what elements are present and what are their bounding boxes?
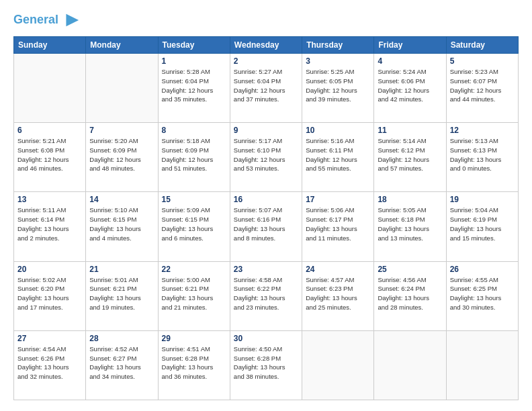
day-number: 13 bbox=[17, 195, 82, 204]
calendar-header-row: SundayMondayTuesdayWednesdayThursdayFrid… bbox=[14, 37, 519, 54]
weekday-header: Tuesday bbox=[158, 37, 230, 54]
day-number: 26 bbox=[450, 265, 515, 274]
calendar-cell: 1Sunrise: 5:28 AM Sunset: 6:04 PM Daylig… bbox=[158, 54, 230, 123]
day-info: Sunrise: 4:51 AM Sunset: 6:28 PM Dayligh… bbox=[162, 345, 226, 381]
calendar-week-row: 13Sunrise: 5:11 AM Sunset: 6:14 PM Dayli… bbox=[14, 192, 519, 261]
calendar-cell: 23Sunrise: 4:58 AM Sunset: 6:22 PM Dayli… bbox=[230, 261, 302, 330]
calendar-cell: 17Sunrise: 5:06 AM Sunset: 6:17 PM Dayli… bbox=[302, 192, 374, 261]
calendar-cell bbox=[302, 330, 374, 400]
calendar-week-row: 20Sunrise: 5:02 AM Sunset: 6:20 PM Dayli… bbox=[14, 261, 519, 330]
day-info: Sunrise: 5:13 AM Sunset: 6:13 PM Dayligh… bbox=[450, 136, 515, 173]
day-number: 8 bbox=[162, 126, 226, 135]
calendar-cell: 18Sunrise: 5:05 AM Sunset: 6:18 PM Dayli… bbox=[374, 192, 446, 261]
day-info: Sunrise: 5:20 AM Sunset: 6:09 PM Dayligh… bbox=[89, 136, 154, 173]
day-info: Sunrise: 5:24 AM Sunset: 6:06 PM Dayligh… bbox=[378, 67, 442, 104]
calendar-cell: 25Sunrise: 4:56 AM Sunset: 6:24 PM Dayli… bbox=[374, 261, 446, 330]
calendar-cell: 12Sunrise: 5:13 AM Sunset: 6:13 PM Dayli… bbox=[446, 123, 518, 192]
weekday-header: Friday bbox=[374, 37, 446, 54]
calendar-cell bbox=[14, 54, 86, 123]
day-number: 27 bbox=[17, 334, 82, 343]
calendar-cell: 14Sunrise: 5:10 AM Sunset: 6:15 PM Dayli… bbox=[86, 192, 158, 261]
calendar-cell: 30Sunrise: 4:50 AM Sunset: 6:28 PM Dayli… bbox=[230, 330, 302, 400]
day-number: 25 bbox=[378, 265, 442, 274]
weekday-header: Thursday bbox=[302, 37, 374, 54]
day-number: 3 bbox=[306, 56, 370, 66]
calendar-cell: 7Sunrise: 5:20 AM Sunset: 6:09 PM Daylig… bbox=[86, 123, 158, 192]
logo: General bbox=[13, 11, 80, 30]
calendar-cell: 28Sunrise: 4:52 AM Sunset: 6:27 PM Dayli… bbox=[86, 330, 158, 400]
calendar-cell: 27Sunrise: 4:54 AM Sunset: 6:26 PM Dayli… bbox=[14, 330, 86, 400]
calendar-cell: 15Sunrise: 5:09 AM Sunset: 6:15 PM Dayli… bbox=[158, 192, 230, 261]
logo-icon bbox=[61, 11, 80, 30]
day-number: 17 bbox=[306, 195, 370, 204]
day-number: 11 bbox=[378, 126, 442, 135]
day-number: 7 bbox=[89, 126, 154, 135]
day-info: Sunrise: 5:04 AM Sunset: 6:19 PM Dayligh… bbox=[450, 205, 515, 242]
day-number: 19 bbox=[450, 195, 515, 204]
calendar-cell: 20Sunrise: 5:02 AM Sunset: 6:20 PM Dayli… bbox=[14, 261, 86, 330]
day-info: Sunrise: 4:58 AM Sunset: 6:22 PM Dayligh… bbox=[234, 275, 298, 312]
day-info: Sunrise: 5:17 AM Sunset: 6:10 PM Dayligh… bbox=[234, 136, 298, 173]
day-info: Sunrise: 5:01 AM Sunset: 6:21 PM Dayligh… bbox=[89, 275, 154, 312]
calendar-cell: 22Sunrise: 5:00 AM Sunset: 6:21 PM Dayli… bbox=[158, 261, 230, 330]
day-info: Sunrise: 5:07 AM Sunset: 6:16 PM Dayligh… bbox=[234, 205, 298, 242]
day-number: 29 bbox=[162, 334, 226, 343]
day-info: Sunrise: 4:52 AM Sunset: 6:27 PM Dayligh… bbox=[89, 345, 154, 381]
day-info: Sunrise: 5:10 AM Sunset: 6:15 PM Dayligh… bbox=[89, 205, 154, 242]
day-number: 23 bbox=[234, 265, 298, 274]
day-number: 12 bbox=[450, 126, 515, 135]
calendar-cell bbox=[374, 330, 446, 400]
calendar-cell: 16Sunrise: 5:07 AM Sunset: 6:16 PM Dayli… bbox=[230, 192, 302, 261]
day-info: Sunrise: 4:56 AM Sunset: 6:24 PM Dayligh… bbox=[378, 275, 442, 312]
day-number: 6 bbox=[17, 126, 82, 135]
calendar-cell: 6Sunrise: 5:21 AM Sunset: 6:08 PM Daylig… bbox=[14, 123, 86, 192]
calendar-cell: 3Sunrise: 5:25 AM Sunset: 6:05 PM Daylig… bbox=[302, 54, 374, 123]
calendar-cell: 9Sunrise: 5:17 AM Sunset: 6:10 PM Daylig… bbox=[230, 123, 302, 192]
calendar-cell bbox=[86, 54, 158, 123]
weekday-header: Sunday bbox=[14, 37, 86, 54]
day-info: Sunrise: 4:55 AM Sunset: 6:25 PM Dayligh… bbox=[450, 275, 515, 312]
day-info: Sunrise: 4:57 AM Sunset: 6:23 PM Dayligh… bbox=[306, 275, 370, 312]
day-number: 5 bbox=[450, 56, 515, 66]
day-info: Sunrise: 5:16 AM Sunset: 6:11 PM Dayligh… bbox=[306, 136, 370, 173]
calendar-cell: 24Sunrise: 4:57 AM Sunset: 6:23 PM Dayli… bbox=[302, 261, 374, 330]
calendar-week-row: 6Sunrise: 5:21 AM Sunset: 6:08 PM Daylig… bbox=[14, 123, 519, 192]
calendar-cell bbox=[446, 330, 518, 400]
calendar-week-row: 1Sunrise: 5:28 AM Sunset: 6:04 PM Daylig… bbox=[14, 54, 519, 123]
day-info: Sunrise: 5:14 AM Sunset: 6:12 PM Dayligh… bbox=[378, 136, 442, 173]
weekday-header: Wednesday bbox=[230, 37, 302, 54]
calendar-cell: 26Sunrise: 4:55 AM Sunset: 6:25 PM Dayli… bbox=[446, 261, 518, 330]
page: General SundayMondayTuesdayWednesdayThur… bbox=[0, 0, 532, 411]
day-info: Sunrise: 4:54 AM Sunset: 6:26 PM Dayligh… bbox=[17, 345, 82, 381]
calendar-table: SundayMondayTuesdayWednesdayThursdayFrid… bbox=[13, 36, 519, 400]
day-info: Sunrise: 5:06 AM Sunset: 6:17 PM Dayligh… bbox=[306, 205, 370, 242]
day-number: 18 bbox=[378, 195, 442, 204]
logo-text: General bbox=[13, 13, 58, 27]
calendar-cell: 8Sunrise: 5:18 AM Sunset: 6:09 PM Daylig… bbox=[158, 123, 230, 192]
calendar-cell: 11Sunrise: 5:14 AM Sunset: 6:12 PM Dayli… bbox=[374, 123, 446, 192]
calendar-cell: 10Sunrise: 5:16 AM Sunset: 6:11 PM Dayli… bbox=[302, 123, 374, 192]
day-number: 30 bbox=[234, 334, 298, 343]
calendar-cell: 2Sunrise: 5:27 AM Sunset: 6:04 PM Daylig… bbox=[230, 54, 302, 123]
day-number: 15 bbox=[162, 195, 226, 204]
day-number: 22 bbox=[162, 265, 226, 274]
weekday-header: Saturday bbox=[446, 37, 518, 54]
day-number: 14 bbox=[89, 195, 154, 204]
day-number: 2 bbox=[234, 56, 298, 66]
calendar-cell: 5Sunrise: 5:23 AM Sunset: 6:07 PM Daylig… bbox=[446, 54, 518, 123]
calendar-cell: 19Sunrise: 5:04 AM Sunset: 6:19 PM Dayli… bbox=[446, 192, 518, 261]
day-info: Sunrise: 5:18 AM Sunset: 6:09 PM Dayligh… bbox=[162, 136, 226, 173]
calendar-cell: 13Sunrise: 5:11 AM Sunset: 6:14 PM Dayli… bbox=[14, 192, 86, 261]
day-number: 21 bbox=[89, 265, 154, 274]
day-number: 9 bbox=[234, 126, 298, 135]
day-info: Sunrise: 5:11 AM Sunset: 6:14 PM Dayligh… bbox=[17, 205, 82, 242]
day-info: Sunrise: 5:23 AM Sunset: 6:07 PM Dayligh… bbox=[450, 67, 515, 104]
day-info: Sunrise: 5:28 AM Sunset: 6:04 PM Dayligh… bbox=[162, 67, 226, 104]
calendar-week-row: 27Sunrise: 4:54 AM Sunset: 6:26 PM Dayli… bbox=[14, 330, 519, 400]
day-number: 1 bbox=[162, 56, 226, 66]
day-info: Sunrise: 4:50 AM Sunset: 6:28 PM Dayligh… bbox=[234, 345, 298, 381]
weekday-header: Monday bbox=[86, 37, 158, 54]
day-info: Sunrise: 5:02 AM Sunset: 6:20 PM Dayligh… bbox=[17, 275, 82, 312]
day-info: Sunrise: 5:00 AM Sunset: 6:21 PM Dayligh… bbox=[162, 275, 226, 312]
day-number: 10 bbox=[306, 126, 370, 135]
